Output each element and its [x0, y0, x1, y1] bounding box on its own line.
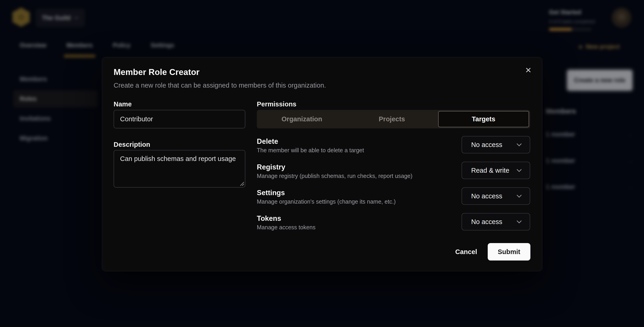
permission-row-settings: Settings Manage organization's settings … [257, 188, 530, 206]
permission-description: The member will be able to delete a targ… [257, 147, 364, 154]
permissions-tabs: Organization Projects Targets [257, 110, 530, 128]
dialog-subtitle: Create a new role that can be assigned t… [114, 82, 326, 89]
permission-row-registry: Registry Manage registry (publish schema… [257, 163, 530, 180]
permission-title: Tokens [257, 214, 281, 223]
tokens-access-select[interactable]: No access [462, 213, 530, 231]
name-label: Name [114, 100, 132, 108]
tab-targets[interactable]: Targets [438, 111, 529, 127]
chevron-down-icon [516, 194, 522, 198]
permission-description: Manage access tokens [257, 224, 316, 231]
permission-row-delete: Delete The member will be able to delete… [257, 137, 530, 154]
submit-button[interactable]: Submit [488, 243, 530, 261]
app-screen: The Guild Get Started 4 of 8 tasks compl… [0, 0, 644, 327]
permission-description: Manage organization's settings (change i… [257, 198, 396, 205]
permission-row-tokens: Tokens Manage access tokens No access [257, 214, 530, 231]
chevron-down-icon [516, 143, 522, 147]
permission-title: Registry [257, 163, 285, 171]
select-value: No access [462, 192, 516, 200]
role-name-input[interactable] [114, 110, 245, 128]
delete-access-select[interactable]: No access [462, 136, 530, 153]
dialog-title: Member Role Creator [114, 67, 200, 77]
permission-title: Delete [257, 137, 278, 146]
tab-organization[interactable]: Organization [257, 110, 347, 128]
chevron-down-icon [516, 169, 522, 172]
chevron-down-icon [516, 220, 522, 224]
registry-access-select[interactable]: Read & write [462, 162, 530, 179]
dialog-footer: Cancel Submit [455, 243, 530, 261]
permissions-label: Permissions [257, 100, 296, 108]
select-value: No access [462, 141, 516, 149]
close-icon[interactable]: ✕ [524, 66, 533, 75]
permission-title: Settings [257, 189, 285, 197]
member-role-creator-dialog: ✕ Member Role Creator Create a new role … [102, 57, 542, 271]
description-label: Description [114, 141, 150, 148]
permission-description: Manage registry (publish schemas, run ch… [257, 173, 412, 179]
resize-handle-icon[interactable] [240, 181, 244, 186]
role-description-textarea[interactable]: Can publish schemas and report usage [114, 150, 245, 188]
tab-projects[interactable]: Projects [347, 110, 437, 128]
cancel-button[interactable]: Cancel [455, 248, 477, 256]
select-value: Read & write [462, 167, 516, 174]
select-value: No access [462, 218, 516, 226]
settings-access-select[interactable]: No access [462, 187, 530, 205]
